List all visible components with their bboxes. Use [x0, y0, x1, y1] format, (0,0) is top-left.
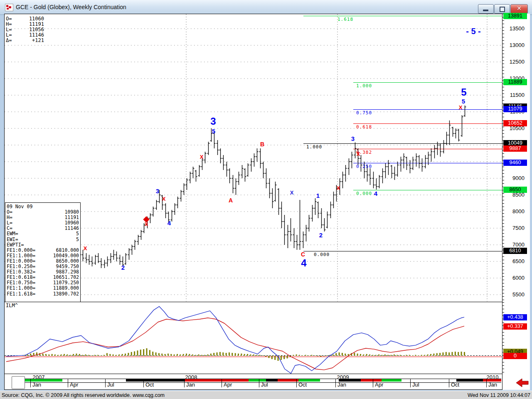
price-badge: 10652 — [503, 120, 527, 126]
info-value: 9459.750 — [56, 264, 79, 269]
wave-label: 5 — [462, 98, 465, 105]
info-label: C= — [7, 225, 12, 231]
info-label: FE1:1.000= — [7, 285, 35, 291]
status-clock: Wed Nov 11 2009 10:44:07 — [468, 392, 530, 398]
price-badge: 9460 — [503, 160, 527, 166]
timeline-segment — [278, 379, 298, 382]
month-label: Jan — [488, 382, 497, 388]
info-label: EWI= — [7, 236, 18, 242]
wave-label: - 5 - — [466, 27, 481, 36]
wave-label: B — [260, 141, 264, 148]
wave-label: 3 — [351, 135, 355, 142]
timeline-slider[interactable] — [12, 376, 25, 389]
wave-label: X — [357, 151, 360, 157]
info-label: FE1:0.618= — [7, 274, 35, 280]
info-value: 11079.250 — [53, 280, 79, 286]
wave-label: 3 — [156, 187, 159, 195]
info-value: 11146 — [64, 225, 79, 231]
wave-label: 5 — [461, 86, 466, 98]
month-tick — [335, 379, 336, 387]
month-tick — [30, 379, 31, 387]
timeline-segment — [456, 379, 483, 382]
info-label: FE1:0.382= — [7, 269, 35, 275]
month-label: Jan — [186, 382, 195, 388]
wave-label: 5 — [212, 128, 215, 135]
month-tick — [143, 379, 144, 387]
timeline-segment — [126, 379, 185, 382]
month-label: Jul — [261, 382, 268, 388]
info-label: FE1:0.000= — [7, 247, 35, 253]
info-label: FE1:0.750= — [7, 280, 35, 286]
info-value: 8650.000 — [56, 258, 79, 264]
info-value: 10049.000 — [53, 253, 79, 259]
wave-label: X — [459, 104, 463, 111]
scroll-left-arrow-icon[interactable] — [516, 379, 528, 387]
price-badge: 13891 — [503, 13, 527, 19]
month-tick — [259, 379, 259, 387]
month-tick — [449, 379, 449, 387]
wave-label: X — [162, 196, 166, 202]
info-value: 10980 — [64, 209, 79, 215]
wave-label: 2 — [319, 232, 323, 239]
info-value: 9887.298 — [56, 269, 79, 275]
year-label: 2008 — [185, 374, 197, 380]
month-tick — [486, 379, 487, 387]
fib-level-label: 0.750 — [356, 110, 372, 116]
fib-level-label: 1.000 — [356, 83, 372, 89]
wave-label: X — [200, 154, 204, 160]
wave-label: 4 — [167, 219, 171, 227]
fib-level-label: 1.000 — [306, 144, 322, 150]
timeline-segment — [382, 379, 401, 382]
info-label: O= — [7, 209, 12, 215]
year-label: 2009 — [337, 374, 349, 380]
month-label: Jan — [337, 382, 346, 388]
month-tick — [105, 379, 106, 387]
month-label: Apr — [70, 382, 78, 388]
fib-level-label: 0.000 — [356, 191, 372, 196]
fib-level-label: 0.000 — [314, 252, 330, 257]
wave-label: 2 — [121, 264, 125, 271]
info-value: 10651.702 — [53, 274, 79, 280]
price-badge: 11079 — [503, 106, 527, 112]
info-label: FE1:1.618= — [7, 291, 35, 297]
year-label: 2007 — [33, 374, 45, 380]
info-value: 13890.702 — [53, 291, 79, 297]
month-tick — [410, 379, 411, 387]
wave-label: 1 — [316, 192, 320, 199]
indicator-badge: 0 — [503, 353, 527, 359]
info-value: 11191 — [64, 214, 79, 220]
month-tick — [222, 379, 222, 387]
month-tick — [373, 379, 373, 387]
wave-label: 4 — [374, 190, 377, 197]
wave-label: A — [229, 197, 233, 204]
timeline-segment — [320, 379, 339, 382]
info-date: 09 Nov 09 — [7, 204, 79, 209]
status-bar: Source: CQG, Inc. © 2009 All rights rese… — [0, 391, 532, 399]
app-window: GCE - Gold (Globex), Weekly Continuation… — [0, 0, 532, 399]
month-label: Apr — [375, 382, 383, 388]
indicator-badge: +0.337 — [503, 323, 527, 330]
info-label: H= — [7, 214, 12, 220]
price-badge: 8650 — [503, 187, 527, 193]
info-label: L= — [7, 220, 12, 226]
wave-label: X — [290, 190, 294, 196]
study-info-panel[interactable]: 09 Nov 09O=10980H=11191L=10960C=11146EWM… — [5, 202, 81, 302]
month-label: Jul — [107, 382, 114, 388]
wave-label: 3 — [210, 116, 216, 127]
info-value: 11889.000 — [53, 285, 79, 291]
wave-label: X — [84, 245, 87, 251]
price-badge: 11889 — [503, 79, 527, 85]
indicator-badge: +0.438 — [503, 314, 527, 320]
info-value: 10960 — [64, 220, 79, 226]
month-label: Jan — [32, 382, 41, 388]
indicator-name-label: ILM^ — [6, 303, 18, 308]
info-value: 6810.000 — [56, 247, 79, 253]
fib-level-label: 0.250 — [356, 164, 372, 169]
info-label: EWM= — [7, 231, 18, 236]
info-label: FE1:0.250= — [7, 264, 35, 269]
info-label: FE1:1.000= — [7, 253, 35, 259]
month-tick — [184, 379, 185, 387]
fib-level-label: 1.618 — [337, 17, 353, 22]
price-badge: 9887 — [503, 145, 527, 152]
scroll-arrow-layer — [0, 0, 532, 399]
